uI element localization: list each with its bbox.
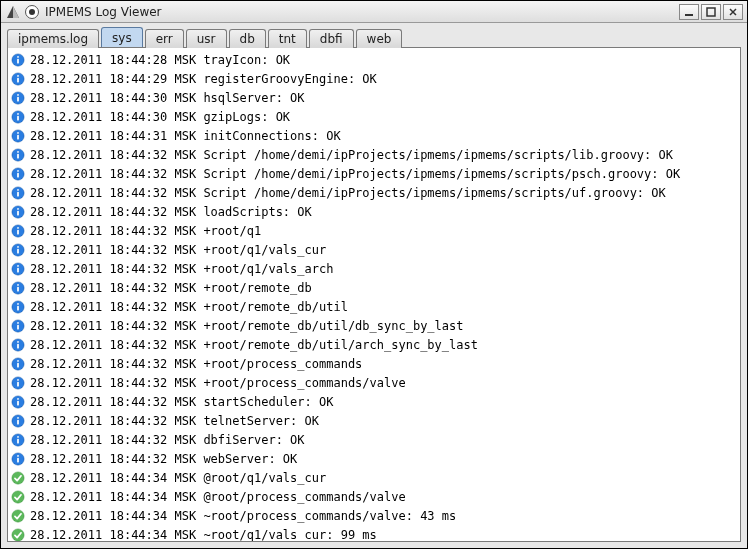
window-title: IPMEMS Log Viewer [45,5,679,19]
log-row[interactable]: 28.12.2011 18:44:31 MSK initConnections:… [8,126,740,145]
tab-bar: ipmems.logsyserrusrdbtntdbfiweb [1,23,747,47]
svg-point-74 [12,509,24,521]
log-row[interactable]: 28.12.2011 18:44:32 MSK +root/q1/vals_ar… [8,259,740,278]
log-text: 28.12.2011 18:44:32 MSK +root/remote_db/… [30,319,463,333]
check-icon [10,527,26,542]
log-row[interactable]: 28.12.2011 18:44:32 MSK dbfiServer: OK [8,430,740,449]
check-icon [10,470,26,486]
log-row[interactable]: 28.12.2011 18:44:32 MSK Script /home/dem… [8,183,740,202]
info-icon [10,356,26,372]
log-row[interactable]: 28.12.2011 18:44:32 MSK +root/process_co… [8,354,740,373]
tab-usr[interactable]: usr [186,29,227,48]
log-row[interactable]: 28.12.2011 18:44:32 MSK telnetServer: OK [8,411,740,430]
log-row[interactable]: 28.12.2011 18:44:28 MSK trayIcon: OK [8,50,740,69]
check-icon [10,508,26,524]
log-text: 28.12.2011 18:44:32 MSK +root/remote_db/… [30,338,478,352]
log-text: 28.12.2011 18:44:32 MSK startScheduler: … [30,395,333,409]
log-row[interactable]: 28.12.2011 18:44:34 MSK @root/q1/vals_cu… [8,468,740,487]
log-text: 28.12.2011 18:44:34 MSK @root/q1/vals_cu… [30,471,326,485]
log-row[interactable]: 28.12.2011 18:44:32 MSK +root/remote_db/… [8,335,740,354]
svg-rect-40 [17,265,19,267]
svg-rect-70 [17,455,19,457]
log-row[interactable]: 28.12.2011 18:44:32 MSK Script /home/dem… [8,145,740,164]
info-icon [10,147,26,163]
info-icon [10,337,26,353]
tab-tnt[interactable]: tnt [268,29,307,48]
close-button[interactable] [723,4,743,20]
maximize-button[interactable] [701,4,721,20]
log-row[interactable]: 28.12.2011 18:44:34 MSK ~root/process_co… [8,506,740,525]
log-text: 28.12.2011 18:44:34 MSK @root/process_co… [30,490,406,504]
log-row[interactable]: 28.12.2011 18:44:29 MSK registerGroovyEn… [8,69,740,88]
info-icon [10,280,26,296]
svg-rect-58 [17,379,19,381]
svg-rect-11 [17,77,19,82]
log-row[interactable]: 28.12.2011 18:44:32 MSK +root/remote_db [8,278,740,297]
svg-rect-49 [17,322,19,324]
svg-rect-25 [17,170,19,172]
log-row[interactable]: 28.12.2011 18:44:32 MSK loadScripts: OK [8,202,740,221]
svg-point-72 [12,471,24,483]
svg-rect-65 [17,419,19,424]
info-icon [10,204,26,220]
tab-db[interactable]: db [229,29,266,48]
log-row[interactable]: 28.12.2011 18:44:32 MSK webServer: OK [8,449,740,468]
svg-rect-37 [17,246,19,248]
svg-rect-19 [17,132,19,134]
svg-rect-61 [17,398,19,400]
log-text: 28.12.2011 18:44:32 MSK +root/q1/vals_cu… [30,243,326,257]
svg-rect-67 [17,436,19,438]
info-icon [10,451,26,467]
log-list[interactable]: 28.12.2011 18:44:28 MSK trayIcon: OK28.1… [8,48,740,541]
log-row[interactable]: 28.12.2011 18:44:32 MSK +root/q1/vals_cu… [8,240,740,259]
tab-label: tnt [279,32,296,46]
info-icon [10,318,26,334]
svg-point-73 [12,490,24,502]
log-text: 28.12.2011 18:44:32 MSK +root/remote_db/… [30,300,348,314]
info-icon [10,394,26,410]
tab-ipmems-log[interactable]: ipmems.log [7,29,99,48]
svg-rect-17 [17,115,19,120]
log-text: 28.12.2011 18:44:34 MSK ~root/q1/vals_cu… [30,528,377,542]
tab-dbfi[interactable]: dbfi [309,29,354,48]
log-row[interactable]: 28.12.2011 18:44:32 MSK +root/remote_db/… [8,297,740,316]
log-row[interactable]: 28.12.2011 18:44:30 MSK gzipLogs: OK [8,107,740,126]
log-text: 28.12.2011 18:44:30 MSK hsqlServer: OK [30,91,305,105]
minimize-button[interactable] [679,4,699,20]
svg-rect-52 [17,341,19,343]
svg-rect-8 [17,58,19,63]
svg-rect-59 [17,381,19,386]
info-icon [10,223,26,239]
log-text: 28.12.2011 18:44:32 MSK +root/remote_db [30,281,312,295]
log-row[interactable]: 28.12.2011 18:44:30 MSK hsqlServer: OK [8,88,740,107]
log-text: 28.12.2011 18:44:28 MSK trayIcon: OK [30,53,290,67]
log-text: 28.12.2011 18:44:32 MSK loadScripts: OK [30,205,312,219]
info-icon [10,432,26,448]
log-row[interactable]: 28.12.2011 18:44:32 MSK +root/process_co… [8,373,740,392]
tab-err[interactable]: err [145,29,184,48]
log-row[interactable]: 28.12.2011 18:44:32 MSK +root/remote_db/… [8,316,740,335]
log-text: 28.12.2011 18:44:32 MSK +root/process_co… [30,357,362,371]
log-text: 28.12.2011 18:44:30 MSK gzipLogs: OK [30,110,290,124]
svg-rect-50 [17,324,19,329]
info-icon [10,261,26,277]
info-icon [10,90,26,106]
svg-rect-23 [17,153,19,158]
log-text: 28.12.2011 18:44:31 MSK initConnections:… [30,129,341,143]
svg-rect-53 [17,343,19,348]
title-bar[interactable]: IPMEMS Log Viewer [1,1,747,23]
log-row[interactable]: 28.12.2011 18:44:32 MSK startScheduler: … [8,392,740,411]
info-icon [10,375,26,391]
svg-rect-35 [17,229,19,234]
tab-web[interactable]: web [356,29,403,48]
log-row[interactable]: 28.12.2011 18:44:34 MSK @root/process_co… [8,487,740,506]
log-row[interactable]: 28.12.2011 18:44:32 MSK Script /home/dem… [8,164,740,183]
info-icon [10,52,26,68]
log-row[interactable]: 28.12.2011 18:44:34 MSK ~root/q1/vals_cu… [8,525,740,541]
window-controls [679,4,743,20]
log-row[interactable]: 28.12.2011 18:44:32 MSK +root/q1 [8,221,740,240]
tab-sys[interactable]: sys [101,27,143,47]
log-text: 28.12.2011 18:44:32 MSK +root/process_co… [30,376,406,390]
log-text: 28.12.2011 18:44:32 MSK webServer: OK [30,452,297,466]
svg-rect-26 [17,172,19,177]
